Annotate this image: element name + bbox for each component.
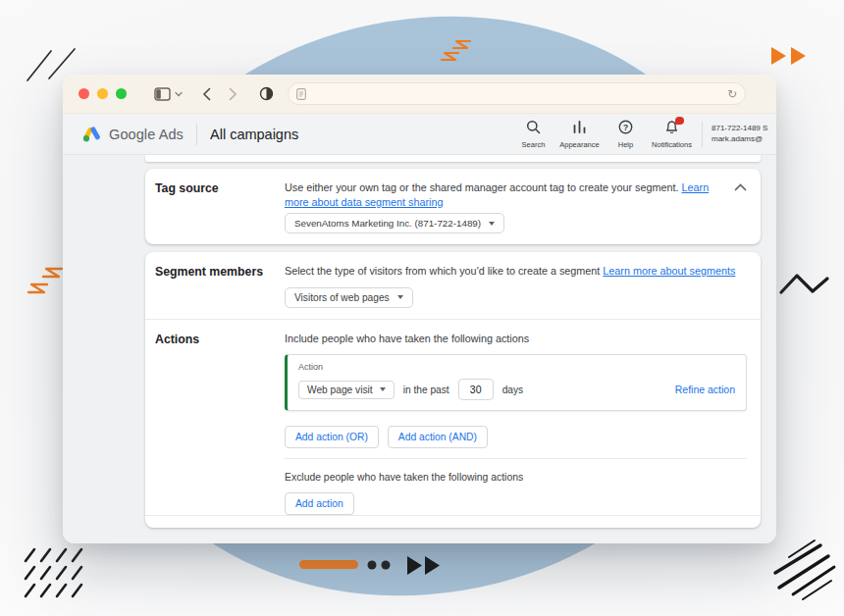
segments-learn-more-link[interactable]: Learn more about segments xyxy=(603,265,735,277)
header-nav: Search Appearance xyxy=(510,120,776,149)
scrolled-card-remnant xyxy=(145,155,761,162)
google-ads-logo xyxy=(82,126,101,142)
search-button[interactable]: Search xyxy=(510,120,556,149)
minimize-window-button[interactable] xyxy=(97,88,108,99)
chevron-down-icon[interactable] xyxy=(175,91,183,97)
help-button[interactable]: ? Help xyxy=(603,120,649,149)
browser-window: ↻ Google Ads All campaigns xyxy=(63,75,776,543)
exclude-actions-block: Exclude people who have taken the follow… xyxy=(285,458,747,515)
action-condition-card: Action Web page visit in the past days R… xyxy=(285,354,747,411)
nav-label: Help xyxy=(618,140,633,149)
segment-settings-card: Segment members Select the type of visit… xyxy=(145,252,761,528)
carousel-active-indicator[interactable] xyxy=(299,560,358,569)
diagonal-lines-bottom-right-icon xyxy=(775,540,834,599)
account-email: mark.adams@ xyxy=(712,134,776,145)
reload-icon[interactable]: ↻ xyxy=(727,88,737,100)
hatch-grid-bottom-left-icon xyxy=(26,549,81,596)
segment-members-dropdown-value: Visitors of web pages xyxy=(294,292,390,303)
notifications-button[interactable]: Notifications xyxy=(649,120,695,149)
search-icon xyxy=(526,120,541,138)
in-the-past-label: in the past xyxy=(403,385,449,395)
page-icon xyxy=(296,88,306,100)
nav-label: Appearance xyxy=(559,140,599,149)
url-input[interactable] xyxy=(312,88,727,100)
back-button[interactable] xyxy=(202,87,211,101)
help-icon: ? xyxy=(618,120,633,138)
shield-icon[interactable] xyxy=(259,86,274,101)
tag-source-dropdown[interactable]: SevenAtoms Marketing Inc. (871-722-1489) xyxy=(285,213,504,233)
page-title: All campaigns xyxy=(210,127,298,142)
brand-name: Google Ads xyxy=(109,127,184,142)
account-id: 871-722-1489 S xyxy=(712,124,776,134)
zigzag-left-icon xyxy=(28,269,62,292)
appearance-button[interactable]: Appearance xyxy=(556,120,603,149)
chart-icon xyxy=(572,120,587,138)
header-divider xyxy=(702,122,703,147)
chevron-up-icon xyxy=(734,183,747,191)
header-divider xyxy=(196,124,197,145)
include-actions-text: Include people who have taken the follow… xyxy=(285,332,747,346)
sidebar-toggle-icon[interactable] xyxy=(154,87,171,101)
nav-label: Search xyxy=(522,140,546,149)
url-bar[interactable]: ↻ xyxy=(288,82,746,105)
play-arrows-top-right-icon xyxy=(771,47,806,65)
zigzag-right-icon xyxy=(781,276,827,292)
action-type-dropdown[interactable]: Web page visit xyxy=(298,381,395,399)
canvas: ↻ Google Ads All campaigns xyxy=(0,0,844,616)
tag-source-dropdown-value: SevenAtoms Marketing Inc. (871-722-1489) xyxy=(294,218,481,229)
close-window-button[interactable] xyxy=(79,88,89,99)
chevron-down-icon xyxy=(489,222,495,226)
account-info[interactable]: 871-722-1489 S mark.adams@ xyxy=(712,124,776,144)
add-action-and-button[interactable]: Add action (AND) xyxy=(388,426,488,448)
days-input[interactable] xyxy=(458,379,494,400)
carousel-dot[interactable] xyxy=(368,561,377,570)
add-exclude-action-button[interactable]: Add action xyxy=(285,492,354,515)
carousel-dot[interactable] xyxy=(382,561,391,570)
notification-badge xyxy=(675,117,684,125)
zoom-window-button[interactable] xyxy=(116,88,127,99)
section-label-actions: Actions xyxy=(155,332,285,516)
section-label-tag-source: Tag source xyxy=(155,180,285,233)
add-action-or-button[interactable]: Add action (OR) xyxy=(285,426,379,448)
section-label-segment-members: Segment members xyxy=(155,264,285,308)
collapse-section-button[interactable] xyxy=(725,180,747,233)
page-content: Tag source Use either your own tag or th… xyxy=(63,155,776,543)
exclude-actions-text: Exclude people who have taken the follow… xyxy=(285,472,747,483)
segment-members-row: Segment members Select the type of visit… xyxy=(145,252,761,319)
tag-source-description: Use either your own tag or the shared ma… xyxy=(285,180,725,209)
action-field-label: Action xyxy=(298,362,735,372)
segment-members-description: Select the type of visitors from which y… xyxy=(285,264,747,279)
refine-action-link[interactable]: Refine action xyxy=(675,384,735,395)
card-bottom-padding xyxy=(145,516,761,528)
tag-source-card: Tag source Use either your own tag or th… xyxy=(145,169,761,244)
google-ads-header: Google Ads All campaigns Search xyxy=(63,114,776,155)
segment-members-dropdown[interactable]: Visitors of web pages xyxy=(285,287,413,308)
actions-row: Actions Include people who have taken th… xyxy=(145,320,761,516)
svg-text:?: ? xyxy=(623,122,628,131)
nav-label: Notifications xyxy=(652,140,692,149)
days-label: days xyxy=(502,385,524,395)
chevron-down-icon xyxy=(397,295,403,299)
chevron-down-icon xyxy=(380,387,386,391)
action-type-value: Web page visit xyxy=(307,385,373,395)
browser-titlebar: ↻ xyxy=(63,75,776,114)
forward-button[interactable] xyxy=(229,87,237,101)
